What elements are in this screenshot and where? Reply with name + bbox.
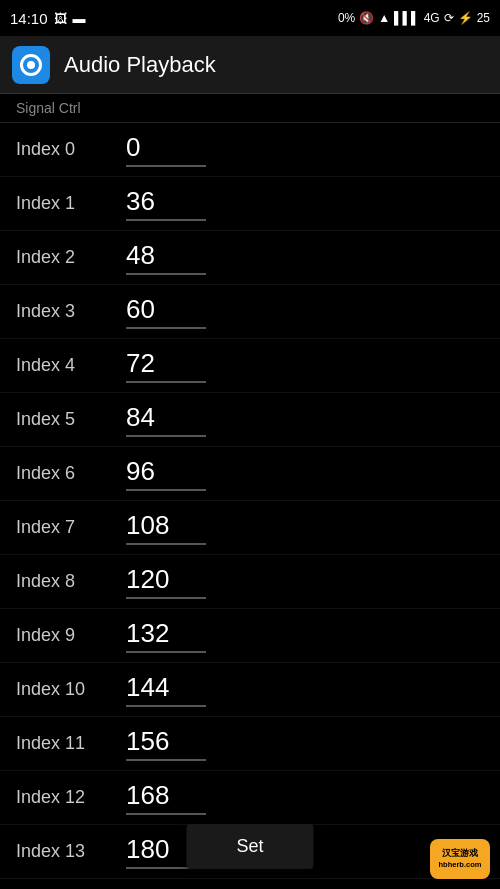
partial-header: Signal Ctrl [0,94,500,123]
signal-bars: ▌▌▌ [394,11,420,25]
app-header: Audio Playback [0,36,500,94]
index-row-2: Index 248 [0,231,500,285]
sim-icon: ▬ [73,11,86,26]
index-label-8: Index 8 [16,571,126,592]
mute-icon: 🔇 [359,11,374,25]
status-bar: 14:10 🖼 ▬ 0% 🔇 ▲ ▌▌▌ 4G ⟳ ⚡ 25 [0,0,500,36]
index-value-container-4: 72 [126,348,484,383]
index-value-8[interactable]: 120 [126,564,206,599]
index-row-14: Index 14196 [0,879,500,889]
index-row-9: Index 9132 [0,609,500,663]
index-label-2: Index 2 [16,247,126,268]
index-value-7[interactable]: 108 [126,510,206,545]
status-right: 0% 🔇 ▲ ▌▌▌ 4G ⟳ ⚡ 25 [338,11,490,25]
index-row-8: Index 8120 [0,555,500,609]
index-label-7: Index 7 [16,517,126,538]
index-row-7: Index 7108 [0,501,500,555]
watermark: 汉宝游戏hbherb.com [430,839,490,879]
index-value-2[interactable]: 48 [126,240,206,275]
index-value-12[interactable]: 168 [126,780,206,815]
status-time: 14:10 [10,10,48,27]
index-value-container-3: 60 [126,294,484,329]
wifi-icon: ▲ [378,11,390,25]
data-percent: 0% [338,11,355,25]
index-value-container-0: 0 [126,132,484,167]
app-icon [12,46,50,84]
index-label-12: Index 12 [16,787,126,808]
index-label-4: Index 4 [16,355,126,376]
index-row-11: Index 11156 [0,717,500,771]
index-value-0[interactable]: 0 [126,132,206,167]
app-title: Audio Playback [64,52,216,78]
index-label-9: Index 9 [16,625,126,646]
index-row-4: Index 472 [0,339,500,393]
sync-icon: ⟳ [444,11,454,25]
index-value-container-8: 120 [126,564,484,599]
index-label-6: Index 6 [16,463,126,484]
index-value-container-9: 132 [126,618,484,653]
index-value-9[interactable]: 132 [126,618,206,653]
index-row-3: Index 360 [0,285,500,339]
index-row-5: Index 584 [0,393,500,447]
audio-icon [20,54,42,76]
index-value-container-5: 84 [126,402,484,437]
index-value-10[interactable]: 144 [126,672,206,707]
index-label-11: Index 11 [16,733,126,754]
index-label-1: Index 1 [16,193,126,214]
index-label-0: Index 0 [16,139,126,160]
index-value-container-12: 168 [126,780,484,815]
index-label-5: Index 5 [16,409,126,430]
index-label-10: Index 10 [16,679,126,700]
photo-icon: 🖼 [54,11,67,26]
content-area[interactable]: Signal Ctrl Index 00Index 136Index 248In… [0,94,500,889]
index-label-3: Index 3 [16,301,126,322]
battery-level: 25 [477,11,490,25]
status-left: 14:10 🖼 ▬ [10,10,86,27]
index-list: Index 00Index 136Index 248Index 360Index… [0,123,500,889]
index-value-container-10: 144 [126,672,484,707]
network-type: 4G [424,11,440,25]
index-row-10: Index 10144 [0,663,500,717]
index-value-container-11: 156 [126,726,484,761]
index-row-6: Index 696 [0,447,500,501]
index-value-6[interactable]: 96 [126,456,206,491]
charging-icon: ⚡ [458,11,473,25]
index-label-13: Index 13 [16,841,126,862]
index-value-container-7: 108 [126,510,484,545]
index-value-container-2: 48 [126,240,484,275]
set-button-area: Set [186,824,313,869]
index-row-0: Index 00 [0,123,500,177]
index-row-1: Index 136 [0,177,500,231]
index-value-3[interactable]: 60 [126,294,206,329]
index-value-11[interactable]: 156 [126,726,206,761]
index-value-container-6: 96 [126,456,484,491]
index-value-4[interactable]: 72 [126,348,206,383]
index-row-12: Index 12168 [0,771,500,825]
index-value-5[interactable]: 84 [126,402,206,437]
index-value-1[interactable]: 36 [126,186,206,221]
set-button[interactable]: Set [186,824,313,869]
watermark-text: 汉宝游戏hbherb.com [439,848,482,870]
index-value-container-1: 36 [126,186,484,221]
